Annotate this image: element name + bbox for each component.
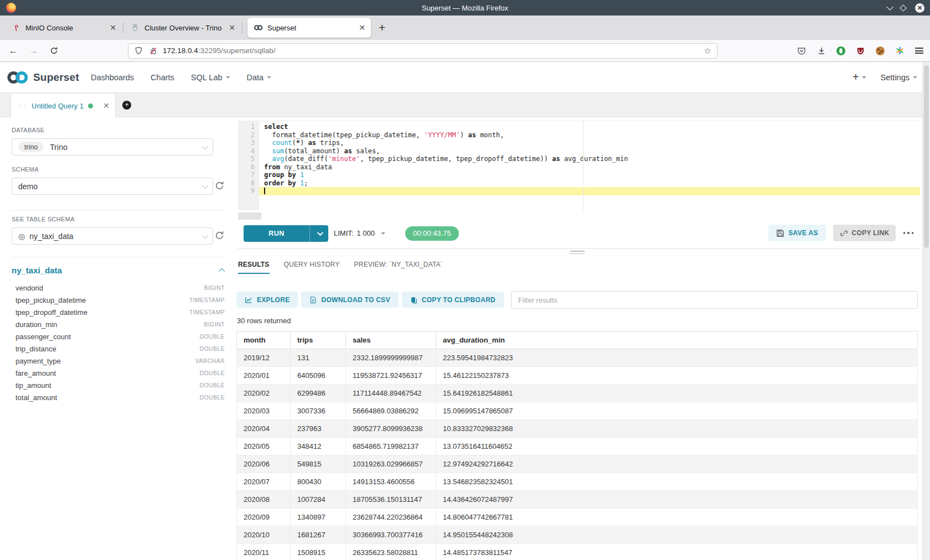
column-header[interactable]: trips bbox=[291, 331, 346, 349]
tab-close-icon[interactable]: ✕ bbox=[105, 23, 116, 32]
forward-button[interactable]: → bbox=[29, 46, 38, 56]
cookie-icon[interactable] bbox=[876, 46, 885, 55]
add-query-tab-button[interactable]: + bbox=[122, 101, 131, 110]
url-text[interactable]: 172.18.0.4:32295/superset/sqllab/ bbox=[163, 46, 275, 55]
code-line[interactable] bbox=[259, 187, 920, 195]
table-row[interactable]: 2020/09134089723628744.22023686414.80604… bbox=[237, 509, 918, 526]
code-line[interactable]: format_datetime(tpep_pickup_datetime, 'Y… bbox=[259, 131, 920, 139]
reload-button[interactable] bbox=[50, 46, 58, 55]
tab-close-icon[interactable]: ✕ bbox=[354, 23, 365, 32]
limit-control[interactable]: LIMIT:1 000 bbox=[334, 225, 375, 242]
download-icon[interactable] bbox=[817, 46, 826, 55]
schema-select[interactable]: demo bbox=[12, 178, 213, 195]
table-row[interactable]: 2020/042379633905277.809993623810.833327… bbox=[237, 420, 918, 438]
query-tab-active[interactable]: ⋮⋮ Untitled Query 1 ✕ bbox=[11, 93, 116, 118]
table-row[interactable]: 2020/026299486117114448.8946754215.64192… bbox=[237, 385, 918, 402]
results-tab-preview[interactable]: PREVIEW: `NY_TAXI_DATA` bbox=[354, 261, 443, 274]
copy-link-button[interactable]: COPY LINK bbox=[833, 225, 896, 241]
table-row[interactable]: 2020/11150891526335623.5802881114.485173… bbox=[237, 544, 918, 560]
browser-tab[interactable]: Cluster Overview - Trino✕ bbox=[125, 18, 241, 38]
table-row[interactable]: 2020/0654981510319263.02996685712.974924… bbox=[237, 455, 918, 473]
window-maximize-button[interactable] bbox=[900, 4, 907, 12]
results-tab-results[interactable]: RESULTS bbox=[238, 261, 270, 274]
superset-brand[interactable]: Superset bbox=[6, 70, 79, 85]
table-row[interactable]: 2020/03300733656664869.0388629215.096995… bbox=[237, 402, 918, 420]
drag-handle-icon[interactable]: ⋮⋮ bbox=[17, 102, 27, 110]
results-table[interactable]: monthtripssalesavg_duration_min 2019/121… bbox=[236, 331, 918, 560]
editor-code[interactable]: select format_datetime(tpep_pickup_datet… bbox=[259, 123, 920, 195]
schema-column-row[interactable]: passenger_countDOUBLE bbox=[12, 330, 225, 343]
code-line[interactable]: from ny_taxi_data bbox=[259, 163, 920, 172]
tab-close-icon[interactable]: ✕ bbox=[224, 23, 235, 32]
explore-button[interactable]: EXPLORE bbox=[236, 292, 298, 308]
refresh-table-icon[interactable] bbox=[214, 230, 225, 241]
schema-column-row[interactable]: tpep_pickup_datetimeTIMESTAMP bbox=[12, 294, 225, 306]
save-as-button[interactable]: SAVE AS bbox=[768, 225, 826, 241]
container-asterisk-icon[interactable] bbox=[895, 46, 905, 55]
run-label[interactable]: RUN bbox=[244, 225, 310, 242]
table-row[interactable]: 2020/10168126730366993.70037741614.95015… bbox=[237, 526, 918, 544]
pane-resize-handle[interactable] bbox=[570, 251, 585, 256]
url-bar[interactable]: 172.18.0.4:32295/superset/sqllab/ ☆ bbox=[128, 43, 717, 59]
new-tab-button[interactable]: + bbox=[379, 21, 385, 34]
settings-menu[interactable]: Settings bbox=[881, 73, 917, 82]
query-tab-close-icon[interactable]: ✕ bbox=[103, 101, 110, 110]
browser-tab[interactable]: MinIO Console✕ bbox=[6, 18, 122, 38]
window-minimize-button[interactable] bbox=[886, 3, 893, 11]
code-line[interactable]: sum(total_amount) as sales, bbox=[259, 147, 920, 155]
limit-caret-icon[interactable] bbox=[381, 232, 385, 235]
chevron-up-icon[interactable] bbox=[219, 268, 225, 274]
run-button[interactable]: RUN bbox=[244, 225, 328, 242]
table-row[interactable]: 2020/08100728418705536.15013114714.43642… bbox=[237, 491, 918, 509]
shield-icon[interactable] bbox=[134, 46, 143, 55]
refresh-schema-icon[interactable] bbox=[214, 180, 225, 191]
schema-column-row[interactable]: vendoridBIGINT bbox=[12, 282, 225, 294]
code-line[interactable]: count(*) as trips, bbox=[259, 139, 920, 147]
lock-slash-icon[interactable] bbox=[148, 46, 158, 55]
table-select[interactable]: ◎ ny_taxi_data bbox=[12, 227, 213, 245]
filter-results-input[interactable] bbox=[511, 291, 918, 309]
table-row[interactable]: 2020/016405096119538721.9245631715.46122… bbox=[237, 367, 918, 385]
nav-item-dashboards[interactable]: Dashboards bbox=[91, 73, 134, 82]
nav-item-data[interactable]: Data bbox=[247, 73, 272, 82]
table-row[interactable]: 2019/121312332.1899999999987223.59541984… bbox=[237, 349, 918, 367]
ublock-icon[interactable] bbox=[856, 46, 865, 55]
column-header[interactable]: month bbox=[237, 331, 291, 349]
privacy-badger-icon[interactable] bbox=[836, 46, 845, 55]
schema-column-row[interactable]: tpep_dropoff_datetimeTIMESTAMP bbox=[12, 306, 225, 318]
new-item-button[interactable]: + bbox=[852, 71, 866, 84]
database-select[interactable]: trino Trino bbox=[12, 138, 213, 155]
editor-hscroll-thumb[interactable] bbox=[238, 212, 261, 220]
sql-editor[interactable]: 123456789 select format_datetime(tpep_pi… bbox=[238, 121, 920, 221]
table-schema-header[interactable]: ny_taxi_data bbox=[12, 266, 225, 275]
column-header[interactable]: sales bbox=[346, 331, 436, 349]
schema-column-row[interactable]: duration_minBIGINT bbox=[12, 318, 225, 330]
table-row[interactable]: 2020/0780043014913153.460055613.54682358… bbox=[237, 473, 918, 491]
nav-item-charts[interactable]: Charts bbox=[151, 73, 174, 82]
schema-column-row[interactable]: payment_typeVARCHAR bbox=[12, 355, 225, 367]
schema-column-row[interactable]: tip_amountDOUBLE bbox=[12, 379, 225, 391]
column-header[interactable]: avg_duration_min bbox=[436, 331, 918, 349]
more-options-icon[interactable] bbox=[900, 229, 917, 237]
schema-column-row[interactable]: fare_amountDOUBLE bbox=[12, 367, 225, 379]
copy-to-clipboard-button[interactable]: COPY TO CLIPBOARD bbox=[402, 292, 504, 308]
browser-tab[interactable]: Superset✕ bbox=[247, 18, 371, 38]
code-line[interactable]: avg(date_diff('minute', tpep_pickup_date… bbox=[259, 155, 920, 163]
code-line[interactable]: select bbox=[259, 123, 920, 131]
code-line[interactable]: order by 1; bbox=[259, 179, 920, 188]
table-row[interactable]: 2020/053484126854865.71998213713.0735164… bbox=[237, 438, 918, 455]
schema-column-row[interactable]: total_amountDOUBLE bbox=[12, 391, 225, 403]
back-button[interactable]: ← bbox=[9, 46, 18, 56]
nav-item-sql-lab[interactable]: SQL Lab bbox=[191, 73, 230, 82]
results-tab-query-history[interactable]: QUERY HISTORY bbox=[284, 261, 340, 274]
bookmark-star-icon[interactable]: ☆ bbox=[704, 46, 711, 56]
page-scrollbar[interactable] bbox=[922, 62, 930, 560]
window-close-button[interactable]: ✕ bbox=[915, 3, 924, 13]
scrollbar-thumb[interactable] bbox=[924, 65, 929, 248]
pocket-icon[interactable] bbox=[797, 46, 806, 55]
code-line[interactable]: group by 1 bbox=[259, 171, 920, 179]
download-to-csv-button[interactable]: DOWNLOAD TO CSV bbox=[301, 292, 398, 308]
schema-column-row[interactable]: trip_distanceDOUBLE bbox=[12, 343, 225, 355]
run-options-caret[interactable] bbox=[310, 225, 328, 242]
menu-icon[interactable] bbox=[915, 48, 923, 54]
